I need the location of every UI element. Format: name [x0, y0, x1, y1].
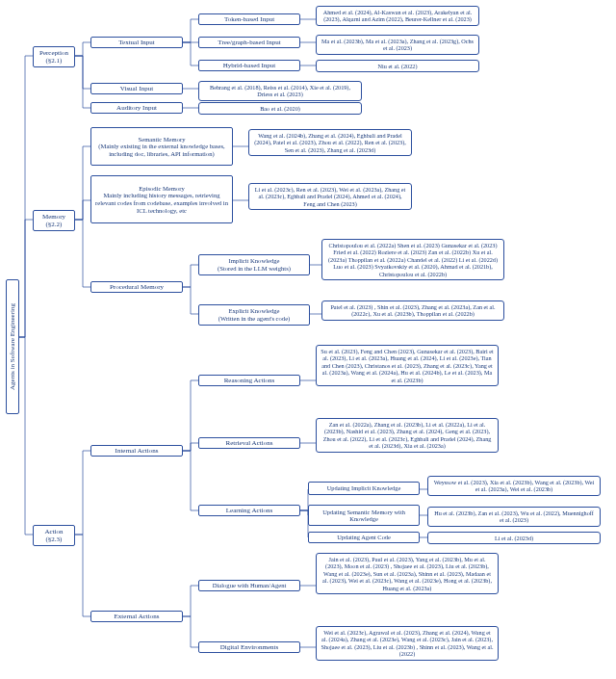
- node-upd-implicit: Updating Implicit Knowledge: [308, 482, 420, 495]
- node-tree-input: Tree/graph-based Input: [198, 37, 300, 48]
- refs-upd-agent: Li et al. (2023d): [427, 532, 601, 544]
- text: Niu et al. (2022): [378, 63, 418, 69]
- text: Behrang et al. (2018), Reiss et al. (201…: [210, 84, 350, 97]
- node-perception: Perception (§2.1): [33, 46, 75, 67]
- refs-reasoning: Su et al. (2023), Feng and Chen (2023), …: [316, 345, 499, 386]
- label: Explicit Knowledge (Written in the agent…: [218, 307, 291, 322]
- label: Action (§2.3): [44, 528, 63, 543]
- refs-upd-semantic: Hu et al. (2023b), Zan et al. (2023), Wu…: [427, 507, 601, 527]
- refs-implicit: Christopoulou et al. (2022a) Shen et al.…: [321, 239, 504, 280]
- node-external-actions: External Actions: [90, 611, 183, 622]
- label: Episodic Memory Mainly including history…: [94, 185, 229, 214]
- node-retrieval: Retrieval Actions: [198, 437, 300, 449]
- node-auditory-input: Auditory Input: [90, 102, 183, 114]
- text: Li et al. (2023d): [495, 535, 533, 541]
- refs-upd-implicit: Weyssow et al. (2023), Xia et al. (2023b…: [427, 476, 601, 496]
- text: Zan et al. (2022a), Zhang et al. (2023b)…: [323, 421, 492, 449]
- text: Su et al. (2023), Feng and Chen (2023), …: [321, 348, 493, 383]
- label: Internal Actions: [116, 447, 159, 455]
- label: Hybrid-based Input: [223, 62, 276, 69]
- text: Ma et al. (2023b), Ma et al. (2023a), Zh…: [321, 38, 474, 51]
- label: Updating Semantic Memory with Knowledge: [312, 509, 416, 523]
- refs-digital: Wei et al. (2023c), Agrawal et al. (2023…: [316, 626, 499, 661]
- label: Textual Input: [118, 39, 154, 46]
- node-learning: Learning Actions: [198, 505, 300, 516]
- refs-semantic: Wang et al. (2024b), Zhang et al. (2024)…: [248, 129, 412, 156]
- refs-episodic: Li et al. (2023c), Ren et al. (2023), We…: [248, 183, 412, 210]
- label: External Actions: [115, 613, 160, 620]
- node-episodic-memory: Episodic Memory Mainly including history…: [90, 175, 233, 223]
- refs-hybrid: Niu et al. (2022): [316, 60, 479, 72]
- text: Jain et al. (2023), Paul et al. (2023), …: [322, 556, 492, 591]
- label: Digital Environments: [220, 643, 278, 651]
- label: Dialogue with Human/Agent: [213, 582, 287, 589]
- text: Ahmed et al. (2024), Al-Kaswan et al. (2…: [323, 9, 472, 22]
- node-semantic-memory: Semantic Memory (Mainly existing in the …: [90, 127, 233, 166]
- node-upd-semantic: Updating Semantic Memory with Knowledge: [308, 505, 420, 526]
- node-action: Action (§2.3): [33, 525, 75, 546]
- refs-tree: Ma et al. (2023b), Ma et al. (2023a), Zh…: [316, 35, 479, 55]
- label: Procedural Memory: [110, 283, 164, 291]
- node-dialogue: Dialogue with Human/Agent: [198, 580, 300, 591]
- label: Learning Actions: [226, 507, 272, 514]
- refs-dialogue: Jain et al. (2023), Paul et al. (2023), …: [316, 553, 499, 594]
- node-upd-agent: Updating Agent Code: [308, 532, 420, 543]
- refs-visual: Behrang et al. (2018), Reiss et al. (201…: [198, 81, 362, 101]
- node-internal-actions: Internal Actions: [90, 445, 183, 457]
- label: Visual Input: [120, 85, 153, 92]
- label: Semantic Memory (Mainly existing in the …: [94, 136, 229, 158]
- label: Updating Implicit Knowledge: [327, 484, 401, 491]
- label: Reasoning Actions: [224, 377, 275, 384]
- node-digital: Digital Environments: [198, 641, 300, 653]
- refs-retrieval: Zan et al. (2022a), Zhang et al. (2023b)…: [316, 418, 499, 453]
- node-hybrid-input: Hybrid-based Input: [198, 60, 300, 71]
- label: Retrieval Actions: [226, 439, 273, 447]
- label: Token-based Input: [224, 15, 274, 23]
- label: Perception (§2.1): [39, 49, 68, 65]
- text: Weyssow et al. (2023), Xia et al. (2023b…: [434, 479, 595, 492]
- text: Bao et al. (2020): [260, 105, 300, 112]
- root-node: Agents in Software Engineering: [6, 279, 19, 414]
- text: Li et al. (2023c), Ren et al. (2023), We…: [255, 186, 406, 207]
- node-memory: Memory (§2.2): [33, 210, 75, 231]
- node-implicit-knowledge: Implicit Knowledge (Stored in the LLM we…: [198, 254, 310, 275]
- label: Tree/graph-based Input: [218, 39, 280, 46]
- refs-explicit: Patel et al. (2023) , Shin et al. (2023)…: [321, 300, 504, 321]
- label: Implicit Knowledge (Stored in the LLM we…: [218, 257, 291, 272]
- text: Wang et al. (2024b), Zhang et al. (2024)…: [254, 132, 406, 153]
- text: Wei et al. (2023c), Agrawal et al. (2023…: [321, 629, 493, 657]
- refs-token: Ahmed et al. (2024), Al-Kaswan et al. (2…: [316, 6, 479, 26]
- node-reasoning: Reasoning Actions: [198, 375, 300, 386]
- label: Updating Agent Code: [337, 534, 391, 540]
- node-token-input: Token-based Input: [198, 13, 300, 25]
- node-textual-input: Textual Input: [90, 37, 183, 48]
- text: Christopoulou et al. (2022a) Shen et al.…: [328, 242, 498, 277]
- label: Memory (§2.2): [42, 213, 65, 228]
- root-label: Agents in Software Engineering: [9, 303, 16, 390]
- text: Hu et al. (2023b), Zan et al. (2023), Wu…: [434, 509, 594, 523]
- text: Patel et al. (2023) , Shin et al. (2023)…: [330, 303, 495, 317]
- label: Auditory Input: [116, 104, 157, 112]
- node-visual-input: Visual Input: [90, 83, 183, 94]
- node-procedural-memory: Procedural Memory: [90, 281, 183, 293]
- node-explicit-knowledge: Explicit Knowledge (Written in the agent…: [198, 304, 310, 326]
- refs-auditory: Bao et al. (2020): [198, 102, 362, 115]
